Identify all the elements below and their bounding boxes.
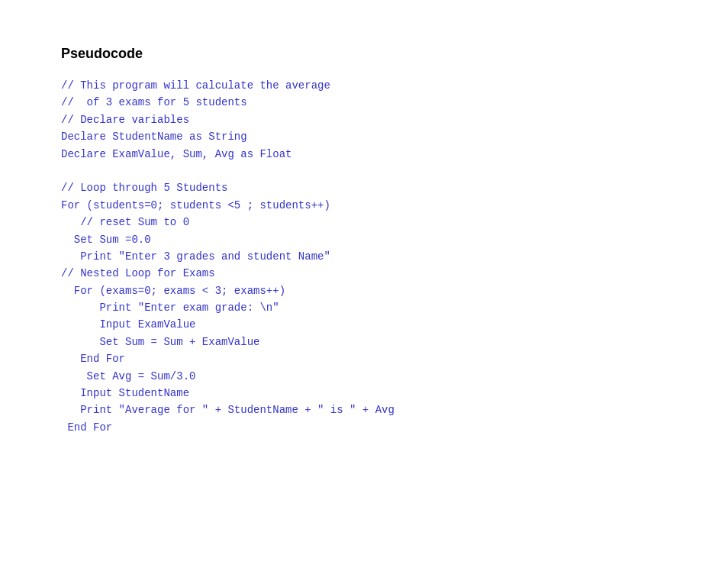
pseudocode-block: // This program will calculate the avera… [61, 77, 667, 436]
page-title: Pseudocode [61, 46, 667, 62]
